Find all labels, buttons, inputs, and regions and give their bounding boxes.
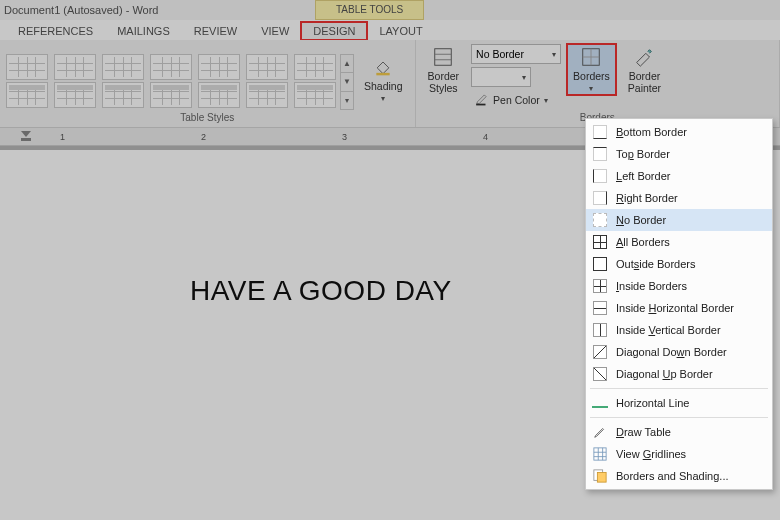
scroll-down-icon[interactable]: ▼ xyxy=(341,73,353,91)
menu-border-option[interactable]: Top Border xyxy=(586,143,772,165)
menu-border-option[interactable]: Inside Borders xyxy=(586,275,772,297)
border-painter-icon xyxy=(633,46,655,68)
menu-label: Diagonal Up Border xyxy=(616,368,713,380)
menu-label: Inside Horizontal Border xyxy=(616,302,734,314)
border-type-icon xyxy=(592,234,608,250)
menu-label: Inside Vertical Border xyxy=(616,324,721,336)
table-style-swatch[interactable] xyxy=(54,54,96,80)
borders-dropdown-menu: Bottom BorderTop BorderLeft BorderRight … xyxy=(585,118,773,490)
contextual-tab-table-tools[interactable]: TABLE TOOLS xyxy=(315,0,424,20)
tab-review[interactable]: REVIEW xyxy=(182,22,249,40)
menu-label: Draw Table xyxy=(616,426,671,438)
table-style-swatch[interactable] xyxy=(294,82,336,108)
menu-label: Horizontal Line xyxy=(616,397,689,409)
menu-label: Left Border xyxy=(616,170,670,182)
table-style-swatch[interactable] xyxy=(246,82,288,108)
menu-border-option[interactable]: No Border xyxy=(586,209,772,231)
chevron-down-icon: ▾ xyxy=(522,73,526,82)
menu-border-option[interactable]: Left Border xyxy=(586,165,772,187)
menu-border-option[interactable]: Inside Vertical Border xyxy=(586,319,772,341)
border-styles-icon xyxy=(432,46,454,68)
border-weight-combo[interactable]: ▾ xyxy=(471,67,531,87)
menu-border-option[interactable]: Right Border xyxy=(586,187,772,209)
border-type-icon xyxy=(592,146,608,162)
border-type-icon xyxy=(592,168,608,184)
table-style-swatch[interactable] xyxy=(246,54,288,80)
pen-color-button[interactable]: Pen Color ▾ xyxy=(471,90,561,110)
borders-shading-icon xyxy=(592,468,608,484)
table-style-swatch[interactable] xyxy=(198,82,240,108)
chevron-down-icon: ▾ xyxy=(381,94,385,103)
shading-button[interactable]: Shading ▾ xyxy=(358,54,409,105)
ribbon-group-borders: Border Styles No Border ▾ ▾ Pen Color ▾ xyxy=(416,40,780,127)
menu-draw-table[interactable]: Draw Table xyxy=(586,421,772,443)
menu-borders-and-shading[interactable]: Borders and Shading... xyxy=(586,465,772,487)
border-type-icon xyxy=(592,256,608,272)
tab-design[interactable]: DESIGN xyxy=(301,22,367,40)
table-styles-more[interactable]: ▲ ▼ ▾ xyxy=(340,54,354,110)
borders-icon xyxy=(580,46,602,68)
svg-rect-2 xyxy=(476,104,485,106)
border-styles-label: Border Styles xyxy=(428,70,460,94)
pen-icon xyxy=(475,92,489,108)
horizontal-line-icon xyxy=(592,395,608,411)
menu-border-option[interactable]: Diagonal Down Border xyxy=(586,341,772,363)
svg-rect-0 xyxy=(377,73,390,76)
border-type-icon xyxy=(592,366,608,382)
document-text[interactable]: HAVE A GOOD DAY xyxy=(190,275,452,307)
menu-label: Diagonal Down Border xyxy=(616,346,727,358)
tab-layout[interactable]: LAYOUT xyxy=(367,22,434,40)
border-type-icon xyxy=(592,190,608,206)
border-styles-button[interactable]: Border Styles xyxy=(422,44,466,96)
menu-horizontal-line[interactable]: Horizontal Line xyxy=(586,392,772,414)
table-style-swatch[interactable] xyxy=(294,54,336,80)
tab-references[interactable]: REFERENCES xyxy=(6,22,105,40)
pen-color-label: Pen Color xyxy=(493,94,540,106)
menu-border-option[interactable]: All Borders xyxy=(586,231,772,253)
group-label-table-styles: Table Styles xyxy=(6,110,409,127)
menu-label: Bottom Border xyxy=(616,126,687,138)
border-type-icon xyxy=(592,278,608,294)
border-type-icon xyxy=(592,124,608,140)
table-style-swatch[interactable] xyxy=(6,54,48,80)
menu-border-option[interactable]: Outside Borders xyxy=(586,253,772,275)
chevron-down-icon: ▾ xyxy=(552,50,556,59)
expand-icon[interactable]: ▾ xyxy=(341,92,353,109)
menu-label: No Border xyxy=(616,214,666,226)
table-style-swatch[interactable] xyxy=(150,54,192,80)
menu-border-option[interactable]: Inside Horizontal Border xyxy=(586,297,772,319)
table-style-swatch[interactable] xyxy=(102,54,144,80)
menu-border-option[interactable]: Bottom Border xyxy=(586,121,772,143)
chevron-down-icon: ▾ xyxy=(589,84,593,93)
table-style-swatch[interactable] xyxy=(54,82,96,108)
table-style-swatch[interactable] xyxy=(150,82,192,108)
table-style-swatch[interactable] xyxy=(102,82,144,108)
chevron-down-icon: ▾ xyxy=(544,96,548,105)
menu-label: Top Border xyxy=(616,148,670,160)
menu-separator xyxy=(590,388,768,389)
table-style-swatch[interactable] xyxy=(198,54,240,80)
table-style-swatch[interactable] xyxy=(6,82,48,108)
tab-view[interactable]: VIEW xyxy=(249,22,301,40)
border-type-icon xyxy=(592,344,608,360)
indent-marker-icon[interactable] xyxy=(20,130,32,142)
menu-label: All Borders xyxy=(616,236,670,248)
border-style-combo[interactable]: No Border ▾ xyxy=(471,44,561,64)
ribbon: ▲ ▼ ▾ Shading ▾ Table Styles Border Styl… xyxy=(0,40,780,128)
menu-border-option[interactable]: Diagonal Up Border xyxy=(586,363,772,385)
svg-rect-1 xyxy=(435,49,452,66)
window-title: Document1 (Autosaved) - Word xyxy=(4,4,158,16)
borders-label: Borders xyxy=(573,70,610,82)
menu-separator xyxy=(590,417,768,418)
gridlines-icon xyxy=(592,446,608,462)
scroll-up-icon[interactable]: ▲ xyxy=(341,55,353,73)
border-painter-button[interactable]: Border Painter xyxy=(622,44,667,96)
menu-view-gridlines[interactable]: View Gridlines xyxy=(586,443,772,465)
borders-split-button[interactable]: Borders ▾ xyxy=(567,44,616,95)
svg-rect-6 xyxy=(594,448,606,460)
pencil-icon xyxy=(592,424,608,440)
tab-mailings[interactable]: MAILINGS xyxy=(105,22,182,40)
border-painter-label: Border Painter xyxy=(628,70,661,94)
ribbon-group-table-styles: ▲ ▼ ▾ Shading ▾ Table Styles xyxy=(0,40,416,127)
menu-label: Right Border xyxy=(616,192,678,204)
